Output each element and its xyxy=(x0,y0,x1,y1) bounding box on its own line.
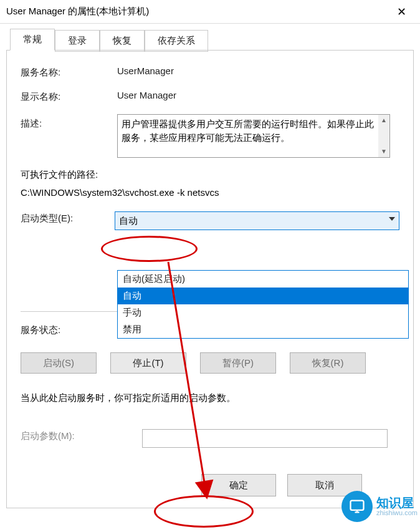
option-auto-delayed[interactable]: 自动(延迟启动) xyxy=(118,271,408,288)
start-params-hint: 当从此处启动服务时，你可指定所适用的启动参数。 xyxy=(21,392,399,404)
description-box[interactable]: 用户管理器提供多用户交互所需要的运行时组件。如果停止此服务，某些应用程序可能无法… xyxy=(117,114,390,158)
option-manual[interactable]: 手动 xyxy=(118,304,408,321)
service-name-label: 服务名称: xyxy=(21,65,117,79)
window-title: User Manager 的属性(本地计算机) xyxy=(6,6,388,17)
brand-name: 知识屋 xyxy=(376,496,418,509)
tab-dependencies[interactable]: 依存关系 xyxy=(145,30,208,52)
option-disabled[interactable]: 禁用 xyxy=(118,321,408,338)
tabstrip: 常规 登录 恢复 依存关系 xyxy=(10,29,414,51)
start-button: 启动(S) xyxy=(21,352,97,374)
service-status-label: 服务状态: xyxy=(21,323,117,336)
tab-recovery[interactable]: 恢复 xyxy=(100,30,145,52)
scroll-down-icon[interactable]: ▼ xyxy=(378,146,389,157)
chevron-down-icon xyxy=(389,217,395,221)
startup-type-label: 启动类型(E): xyxy=(21,211,115,230)
pause-button: 暂停(P) xyxy=(200,352,276,374)
option-auto[interactable]: 自动 xyxy=(118,288,408,304)
exe-path-value: C:\WINDOWS\system32\svchost.exe -k netsv… xyxy=(21,187,399,198)
description-text: 用户管理器提供多用户交互所需要的运行时组件。如果停止此服务，某些应用程序可能无法… xyxy=(122,118,374,143)
close-icon[interactable]: ✕ xyxy=(388,2,415,21)
tab-general[interactable]: 常规 xyxy=(10,29,55,51)
description-label: 描述: xyxy=(21,114,117,158)
description-scrollbar[interactable]: ▲ ▼ xyxy=(378,115,389,157)
display-name-label: 显示名称: xyxy=(21,90,117,103)
start-params-label: 启动参数(M): xyxy=(21,429,142,448)
brand-url: zhishiwu.com xyxy=(376,509,418,516)
brand-icon xyxy=(341,491,373,522)
resume-button: 恢复(R) xyxy=(290,352,366,374)
start-params-input xyxy=(142,429,388,448)
startup-type-dropdown: 自动(延迟启动) 自动 手动 禁用 xyxy=(117,270,409,339)
startup-type-select[interactable]: 自动 xyxy=(115,211,399,230)
scroll-up-icon[interactable]: ▲ xyxy=(378,115,389,126)
exe-path-label: 可执行文件的路径: xyxy=(21,169,399,181)
svg-rect-1 xyxy=(350,501,363,510)
display-name-value: User Manager xyxy=(117,90,399,103)
tab-logon[interactable]: 登录 xyxy=(55,30,100,52)
brand-watermark: 知识屋 zhishiwu.com xyxy=(341,491,418,522)
service-name-value: UserManager xyxy=(117,65,399,79)
svg-rect-2 xyxy=(355,511,359,513)
stop-button[interactable]: 停止(T) xyxy=(110,352,186,374)
tabpanel-general: 服务名称: UserManager 显示名称: User Manager 描述:… xyxy=(6,50,414,508)
startup-type-selected: 自动 xyxy=(119,215,138,227)
ok-button[interactable]: 确定 xyxy=(201,474,276,496)
